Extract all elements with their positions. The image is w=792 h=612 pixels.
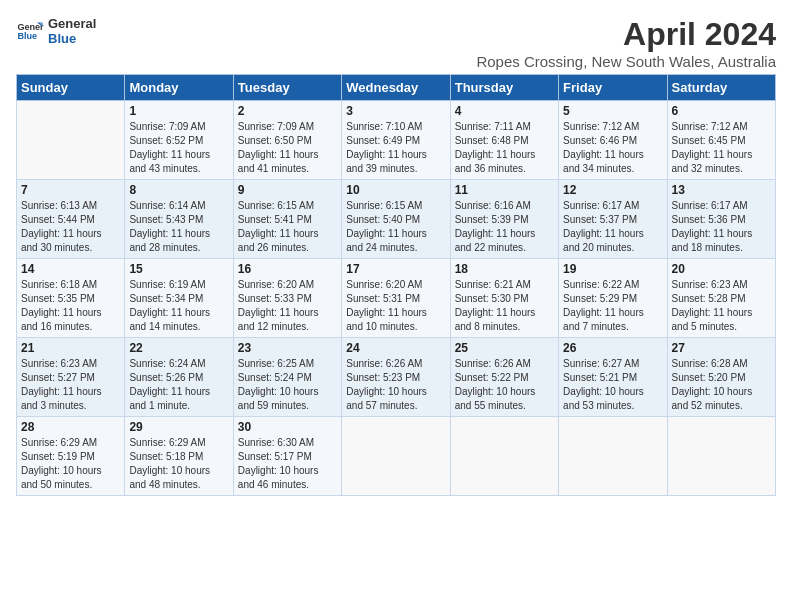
day-number: 27 (672, 341, 771, 355)
calendar-cell: 6Sunrise: 7:12 AMSunset: 6:45 PMDaylight… (667, 101, 775, 180)
day-number: 28 (21, 420, 120, 434)
day-info-line: Daylight: 10 hours (21, 465, 102, 476)
calendar-cell: 16Sunrise: 6:20 AMSunset: 5:33 PMDayligh… (233, 259, 341, 338)
day-info-line: Sunset: 5:30 PM (455, 293, 529, 304)
day-number: 5 (563, 104, 662, 118)
day-info: Sunrise: 7:09 AMSunset: 6:52 PMDaylight:… (129, 120, 228, 176)
day-info-line: and 55 minutes. (455, 400, 526, 411)
day-number: 6 (672, 104, 771, 118)
day-info: Sunrise: 6:15 AMSunset: 5:41 PMDaylight:… (238, 199, 337, 255)
day-info-line: Sunset: 5:19 PM (21, 451, 95, 462)
day-info-line: Sunrise: 6:20 AM (238, 279, 314, 290)
day-number: 17 (346, 262, 445, 276)
day-info-line: Sunset: 6:46 PM (563, 135, 637, 146)
day-info-line: Daylight: 11 hours (455, 307, 536, 318)
day-info-line: and 46 minutes. (238, 479, 309, 490)
day-number: 23 (238, 341, 337, 355)
day-info-line: Sunrise: 6:26 AM (455, 358, 531, 369)
day-number: 21 (21, 341, 120, 355)
day-info-line: and 52 minutes. (672, 400, 743, 411)
day-info-line: Sunrise: 6:15 AM (238, 200, 314, 211)
day-info-line: Sunrise: 6:25 AM (238, 358, 314, 369)
day-info-line: and 26 minutes. (238, 242, 309, 253)
day-info: Sunrise: 6:23 AMSunset: 5:27 PMDaylight:… (21, 357, 120, 413)
calendar-cell: 10Sunrise: 6:15 AMSunset: 5:40 PMDayligh… (342, 180, 450, 259)
week-row-1: 1Sunrise: 7:09 AMSunset: 6:52 PMDaylight… (17, 101, 776, 180)
calendar-cell: 5Sunrise: 7:12 AMSunset: 6:46 PMDaylight… (559, 101, 667, 180)
day-info-line: Sunset: 5:29 PM (563, 293, 637, 304)
day-header-monday: Monday (125, 75, 233, 101)
calendar-cell: 26Sunrise: 6:27 AMSunset: 5:21 PMDayligh… (559, 338, 667, 417)
day-info: Sunrise: 6:26 AMSunset: 5:23 PMDaylight:… (346, 357, 445, 413)
day-info-line: Sunrise: 6:17 AM (672, 200, 748, 211)
day-info-line: Sunrise: 6:14 AM (129, 200, 205, 211)
day-info: Sunrise: 6:21 AMSunset: 5:30 PMDaylight:… (455, 278, 554, 334)
calendar-cell: 4Sunrise: 7:11 AMSunset: 6:48 PMDaylight… (450, 101, 558, 180)
day-info: Sunrise: 6:25 AMSunset: 5:24 PMDaylight:… (238, 357, 337, 413)
week-row-5: 28Sunrise: 6:29 AMSunset: 5:19 PMDayligh… (17, 417, 776, 496)
day-info-line: and 28 minutes. (129, 242, 200, 253)
day-info-line: Daylight: 11 hours (563, 149, 644, 160)
day-number: 7 (21, 183, 120, 197)
day-number: 1 (129, 104, 228, 118)
day-info-line: Daylight: 11 hours (563, 307, 644, 318)
day-info-line: Daylight: 11 hours (129, 307, 210, 318)
day-number: 24 (346, 341, 445, 355)
day-info-line: Sunrise: 7:10 AM (346, 121, 422, 132)
day-info-line: Daylight: 11 hours (346, 307, 427, 318)
day-info-line: and 57 minutes. (346, 400, 417, 411)
day-header-saturday: Saturday (667, 75, 775, 101)
day-info-line: and 24 minutes. (346, 242, 417, 253)
day-info: Sunrise: 6:17 AMSunset: 5:36 PMDaylight:… (672, 199, 771, 255)
calendar-header: SundayMondayTuesdayWednesdayThursdayFrid… (17, 75, 776, 101)
day-info: Sunrise: 6:15 AMSunset: 5:40 PMDaylight:… (346, 199, 445, 255)
day-info-line: Sunset: 5:23 PM (346, 372, 420, 383)
day-info-line: Sunrise: 6:30 AM (238, 437, 314, 448)
day-info-line: Sunset: 5:27 PM (21, 372, 95, 383)
day-info-line: and 5 minutes. (672, 321, 738, 332)
day-info-line: Sunrise: 6:22 AM (563, 279, 639, 290)
day-info-line: Sunrise: 7:11 AM (455, 121, 531, 132)
day-info: Sunrise: 6:13 AMSunset: 5:44 PMDaylight:… (21, 199, 120, 255)
day-info-line: Sunrise: 6:26 AM (346, 358, 422, 369)
day-number: 14 (21, 262, 120, 276)
day-info-line: Sunset: 6:52 PM (129, 135, 203, 146)
week-row-3: 14Sunrise: 6:18 AMSunset: 5:35 PMDayligh… (17, 259, 776, 338)
day-info: Sunrise: 6:14 AMSunset: 5:43 PMDaylight:… (129, 199, 228, 255)
day-info-line: Sunset: 6:45 PM (672, 135, 746, 146)
day-info-line: Sunset: 5:17 PM (238, 451, 312, 462)
day-info-line: and 12 minutes. (238, 321, 309, 332)
day-info-line: and 7 minutes. (563, 321, 629, 332)
day-info-line: Daylight: 11 hours (346, 228, 427, 239)
calendar-cell: 14Sunrise: 6:18 AMSunset: 5:35 PMDayligh… (17, 259, 125, 338)
day-info-line: Daylight: 11 hours (238, 149, 319, 160)
day-number: 26 (563, 341, 662, 355)
day-info-line: and 10 minutes. (346, 321, 417, 332)
calendar-body: 1Sunrise: 7:09 AMSunset: 6:52 PMDaylight… (17, 101, 776, 496)
calendar-cell: 8Sunrise: 6:14 AMSunset: 5:43 PMDaylight… (125, 180, 233, 259)
day-info-line: Sunset: 5:43 PM (129, 214, 203, 225)
days-header-row: SundayMondayTuesdayWednesdayThursdayFrid… (17, 75, 776, 101)
day-info-line: and 43 minutes. (129, 163, 200, 174)
day-number: 19 (563, 262, 662, 276)
day-info-line: Sunrise: 7:09 AM (238, 121, 314, 132)
day-info: Sunrise: 6:29 AMSunset: 5:19 PMDaylight:… (21, 436, 120, 492)
day-info-line: Sunrise: 6:17 AM (563, 200, 639, 211)
calendar-cell: 15Sunrise: 6:19 AMSunset: 5:34 PMDayligh… (125, 259, 233, 338)
day-info-line: Sunrise: 6:28 AM (672, 358, 748, 369)
week-row-4: 21Sunrise: 6:23 AMSunset: 5:27 PMDayligh… (17, 338, 776, 417)
day-info-line: and 53 minutes. (563, 400, 634, 411)
day-info: Sunrise: 7:09 AMSunset: 6:50 PMDaylight:… (238, 120, 337, 176)
header: General Blue General Blue April 2024 Rop… (16, 16, 776, 70)
logo-text-line2: Blue (48, 31, 96, 46)
day-info-line: and 36 minutes. (455, 163, 526, 174)
day-info-line: and 1 minute. (129, 400, 190, 411)
calendar-cell: 22Sunrise: 6:24 AMSunset: 5:26 PMDayligh… (125, 338, 233, 417)
day-info-line: and 30 minutes. (21, 242, 92, 253)
logo-icon: General Blue (16, 17, 44, 45)
main-title: April 2024 (476, 16, 776, 53)
day-info-line: Sunrise: 6:29 AM (21, 437, 97, 448)
svg-text:Blue: Blue (17, 31, 37, 41)
day-info-line: and 50 minutes. (21, 479, 92, 490)
day-info-line: Sunrise: 6:19 AM (129, 279, 205, 290)
